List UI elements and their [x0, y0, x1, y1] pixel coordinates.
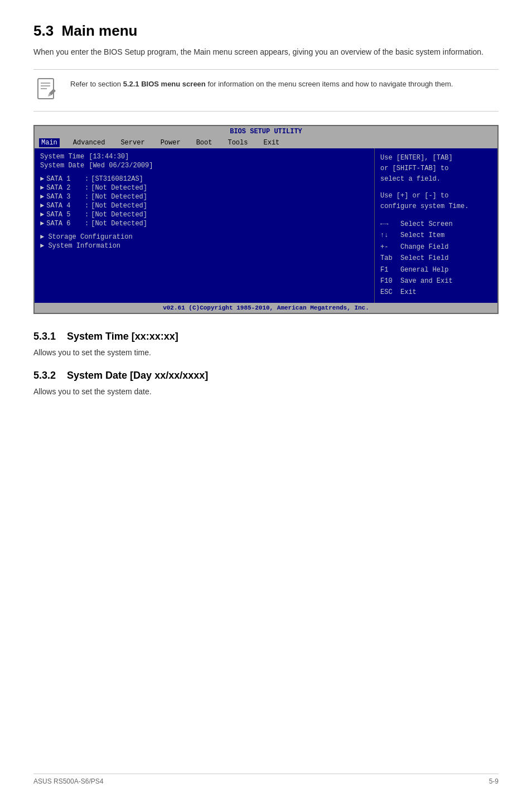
- note-box: Refer to section 5.2.1 BIOS menu screen …: [33, 69, 499, 112]
- sata5-value: [Not Detected]: [91, 211, 147, 219]
- sata3-label: ► SATA 3: [40, 193, 85, 201]
- sata2-value: [Not Detected]: [91, 184, 147, 192]
- section-number: 5.3: [33, 22, 54, 39]
- sata1-value: [ST3160812AS]: [91, 175, 143, 183]
- nav-save-exit: F10 Save and Exit: [380, 276, 492, 287]
- note-text: Refer to section 5.2.1 BIOS menu screen …: [70, 76, 453, 90]
- subsection-532-heading: 5.3.2 System Date [Day xx/xx/xxxx]: [33, 370, 499, 381]
- bios-sata2-row: ► SATA 2 : [Not Detected]: [40, 184, 369, 192]
- subsection-531-heading: 5.3.1 System Time [xx:xx:xx]: [33, 331, 499, 342]
- bios-body: System Time [13:44:30] System Date [Wed …: [35, 148, 497, 303]
- bios-system-time-row: System Time [13:44:30]: [40, 153, 369, 161]
- footer-right: 5-9: [489, 777, 499, 785]
- bios-sata1-row: ► SATA 1 : [ST3160812AS]: [40, 175, 369, 183]
- sata4-label: ► SATA 4: [40, 202, 85, 210]
- bios-menu-power: Power: [158, 138, 183, 147]
- nav-change-field: +- Change Field: [380, 241, 492, 253]
- section-title: Main menu: [62, 22, 138, 39]
- bios-sata3-row: ► SATA 3 : [Not Detected]: [40, 193, 369, 201]
- bios-sata6-row: ► SATA 6 : [Not Detected]: [40, 220, 369, 228]
- nav-select-field: Tab Select Field: [380, 253, 492, 264]
- sata4-value: [Not Detected]: [91, 202, 147, 210]
- bios-sata4-row: ► SATA 4 : [Not Detected]: [40, 202, 369, 210]
- bios-titlebar: BIOS SETUP UTILITY: [35, 126, 497, 137]
- nav-select-item: ↑↓ Select Item: [380, 230, 492, 241]
- subsection-531-text: Allows you to set the system time.: [33, 347, 499, 359]
- sata2-label: ► SATA 2: [40, 184, 85, 192]
- bios-menu-advanced: Advanced: [71, 138, 108, 147]
- subsection-532-text: Allows you to set the system date.: [33, 386, 499, 398]
- nav-select-screen: ←→ Select Screen: [380, 219, 492, 230]
- bios-menu-exit: Exit: [261, 138, 282, 147]
- sata5-label: ► SATA 5: [40, 211, 85, 219]
- bios-footer: v02.61 (C)Copyright 1985-2010, American …: [35, 303, 497, 313]
- bios-help-text: Use [ENTER], [TAB] or [SHIFT-TAB] to sel…: [380, 153, 492, 212]
- storage-config-item: ► Storage Configuration: [40, 233, 369, 241]
- system-info-item: ► System Information: [40, 242, 369, 250]
- section-heading: 5.3 Main menu: [33, 22, 499, 40]
- system-time-value: [13:44:30]: [89, 153, 129, 161]
- bios-system-date-row: System Date [Wed 06/23/2009]: [40, 162, 369, 170]
- sata3-value: [Not Detected]: [91, 193, 147, 201]
- bios-menu-boot: Boot: [194, 138, 215, 147]
- nav-esc-exit: ESC Exit: [380, 287, 492, 298]
- bios-left-panel: System Time [13:44:30] System Date [Wed …: [35, 148, 375, 303]
- system-date-label: System Date: [40, 162, 84, 170]
- page-footer: ASUS RS500A-S6/PS4 5-9: [33, 774, 499, 785]
- footer-left: ASUS RS500A-S6/PS4: [33, 777, 103, 785]
- note-icon: [33, 76, 61, 104]
- nav-general-help: F1 General Help: [380, 264, 492, 276]
- system-date-value: [Wed 06/23/2009]: [89, 162, 153, 170]
- bios-menubar: Main Advanced Server Power Boot Tools Ex…: [35, 137, 497, 148]
- bios-sata5-row: ► SATA 5 : [Not Detected]: [40, 211, 369, 219]
- bios-menu-server: Server: [118, 138, 147, 147]
- sata1-label: ► SATA 1: [40, 175, 85, 183]
- bios-screenshot: BIOS SETUP UTILITY Main Advanced Server …: [33, 125, 499, 314]
- bios-nav-section: ←→ Select Screen ↑↓ Select Item +- Chang…: [380, 219, 492, 298]
- sata6-value: [Not Detected]: [91, 220, 147, 228]
- sata6-label: ► SATA 6: [40, 220, 85, 228]
- system-time-label: System Time: [40, 153, 84, 161]
- section-intro: When you enter the BIOS Setup program, t…: [33, 46, 499, 58]
- bios-menu-main: Main: [39, 138, 60, 147]
- bios-menu-tools: Tools: [225, 138, 250, 147]
- bios-right-panel: Use [ENTER], [TAB] or [SHIFT-TAB] to sel…: [375, 148, 497, 303]
